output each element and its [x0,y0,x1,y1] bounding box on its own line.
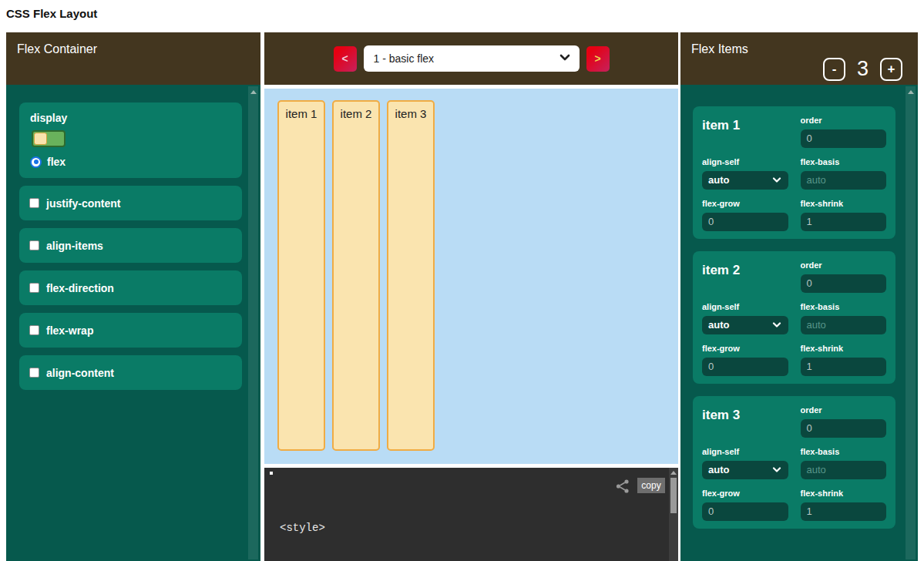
left-panel-scrollbar[interactable] [248,86,258,559]
flex-wrap-label: flex-wrap [46,324,93,337]
align-self-label: align-self [702,157,788,166]
scroll-up-arrow-icon[interactable] [908,90,914,94]
item-2-align-self-select[interactable]: auto [702,316,788,334]
flex-container-preview: item 1 item 2 item 3 [264,89,678,464]
align-self-value: auto [708,174,729,186]
flex-shrink-label: flex-shrink [801,344,887,353]
align-self-label: align-self [702,302,788,311]
preview-flex-item-1: item 1 [277,100,325,451]
page-title: CSS Flex Layout [6,7,97,20]
increase-items-button[interactable]: + [880,58,902,81]
item-2-flex-grow-input[interactable]: 0 [702,358,788,376]
item-3-align-self-select[interactable]: auto [702,461,788,479]
align-self-value: auto [708,319,729,331]
chevron-down-icon [772,177,781,183]
display-property-label: display [30,112,231,124]
example-select-value: 1 - basic flex [374,52,435,65]
justify-content-label: justify-content [46,197,120,210]
item-1-title: item 1 [702,116,788,148]
flex-grow-label: flex-grow [702,489,788,498]
code-text: <style> .flex-container { display: flex; [280,492,403,561]
chevron-down-icon [559,54,570,62]
align-self-value: auto [708,464,729,475]
property-card-align-items[interactable]: align-items [19,228,242,263]
flex-basis-label: flex-basis [801,302,887,311]
align-self-label: align-self [702,447,788,456]
flex-wrap-checkbox[interactable] [29,325,39,335]
right-panel-scrollbar[interactable] [906,86,916,559]
share-icon[interactable] [615,479,630,494]
item-3-flex-basis-input[interactable]: auto [801,461,887,479]
chevron-down-icon [772,322,781,328]
item-2-flex-shrink-input[interactable]: 1 [801,358,887,376]
flex-items-panel-title: Flex Items [691,42,748,55]
example-select[interactable]: 1 - basic flex [364,45,580,72]
flex-container-panel-title: Flex Container [17,42,97,55]
item-3-title: item 3 [702,405,788,438]
align-content-checkbox[interactable] [29,368,39,378]
item-1-flex-basis-input[interactable]: auto [801,171,887,190]
chevron-down-icon [772,467,781,473]
item-1-flex-grow-input[interactable]: 0 [702,213,788,231]
item-1-align-self-select[interactable]: auto [702,171,788,190]
item-2-card: item 2 order 0 align-self auto flex-basi… [693,251,895,384]
justify-content-checkbox[interactable] [29,198,39,208]
order-label: order [801,260,887,270]
property-card-justify-content[interactable]: justify-content [19,186,242,220]
align-items-checkbox[interactable] [29,240,39,250]
flex-container-panel-header: Flex Container [6,32,260,85]
item-2-title: item 2 [702,260,788,293]
item-3-flex-grow-input[interactable]: 0 [702,502,788,521]
flex-basis-label: flex-basis [801,447,887,456]
item-1-card: item 1 order 0 align-self auto flex-basi… [693,106,895,239]
item-3-flex-shrink-input[interactable]: 1 [801,502,887,521]
flex-items-panel-body: item 1 order 0 align-self auto flex-basi… [680,85,918,561]
flex-container-panel: Flex Container display flex justify-cont… [6,32,260,561]
flex-items-panel: Flex Items - 3 + item 1 order 0 align-se… [680,32,918,561]
code-scrollbar[interactable] [669,468,678,561]
display-toggle[interactable] [32,130,66,147]
flex-shrink-label: flex-shrink [801,199,887,208]
item-1-flex-shrink-input[interactable]: 1 [801,213,887,231]
items-count: 3 [857,57,869,81]
copy-code-button[interactable]: copy [637,478,665,493]
code-scrollbar-thumb[interactable] [670,478,677,513]
flex-basis-label: flex-basis [801,157,887,166]
next-example-button[interactable]: > [586,46,610,72]
property-card-align-content[interactable]: align-content [19,355,242,390]
flex-grow-label: flex-grow [702,344,788,353]
align-content-label: align-content [46,367,114,379]
decrease-items-button[interactable]: - [823,58,845,81]
generated-code-block: <style> .flex-container { display: flex;… [264,468,678,561]
preview-flex-item-3: item 3 [387,100,435,451]
example-selector-bar: < 1 - basic flex > [264,32,678,85]
preview-column: < 1 - basic flex > item 1 item 2 item 3 … [264,32,678,561]
code-cursor-dot [270,472,273,475]
code-scroll-up-arrow-icon[interactable] [670,471,677,475]
flex-radio-label: flex [47,156,66,168]
code-line: <style> [280,521,403,536]
display-toggle-knob[interactable] [34,133,47,145]
item-3-order-input[interactable]: 0 [801,419,887,438]
preview-flex-item-2: item 2 [332,100,380,451]
item-2-flex-basis-input[interactable]: auto [801,316,887,334]
item-2-order-input[interactable]: 0 [801,274,887,293]
order-label: order [801,116,887,125]
scroll-up-arrow-icon[interactable] [250,90,257,94]
flex-direction-label: flex-direction [46,282,114,294]
display-property-card: display flex [19,102,242,178]
item-count-controls: - 3 + [823,57,902,81]
previous-example-button[interactable]: < [334,46,357,72]
order-label: order [801,405,887,415]
flex-container-panel-body: display flex justify-content align-items… [6,85,260,561]
flex-direction-checkbox[interactable] [29,283,39,293]
property-card-flex-direction[interactable]: flex-direction [19,270,242,305]
item-3-card: item 3 order 0 align-self auto flex-basi… [693,396,895,529]
align-items-label: align-items [46,240,103,252]
item-1-order-input[interactable]: 0 [801,129,887,148]
flex-shrink-label: flex-shrink [801,489,887,498]
flex-items-panel-header: Flex Items - 3 + [680,32,918,85]
property-card-flex-wrap[interactable]: flex-wrap [19,313,242,348]
flex-grow-label: flex-grow [702,199,788,208]
flex-radio-button[interactable] [30,156,42,168]
